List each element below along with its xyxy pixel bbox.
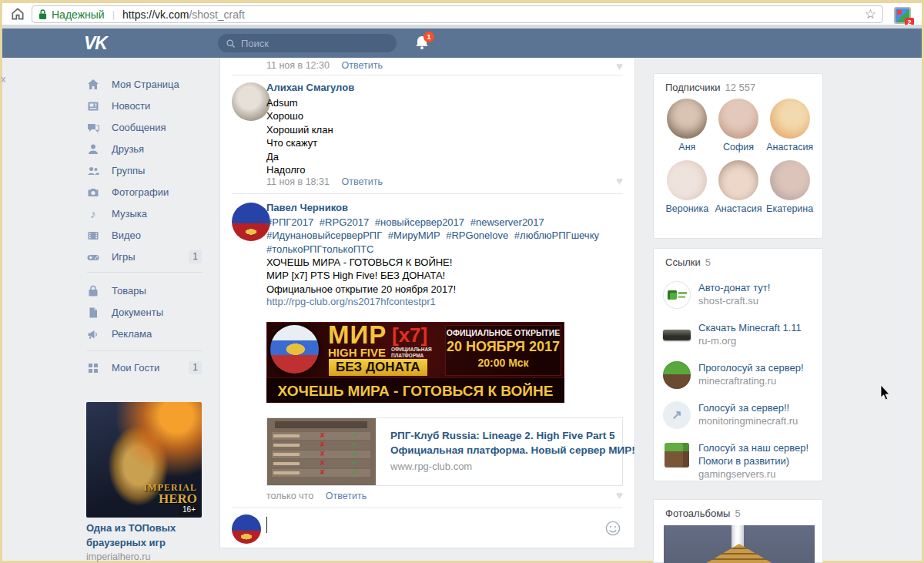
sidebar-item-my-page[interactable]: Моя Страница (77, 74, 216, 96)
album-photo-thumbnail[interactable] (664, 525, 815, 563)
avatar (667, 160, 707, 200)
follower-item[interactable]: София (713, 99, 764, 152)
address-bar[interactable]: Надежный | https://vk.com/shost_craft ☆ (32, 5, 883, 23)
follower-item[interactable]: Анастасия (713, 160, 764, 214)
menu-divider (87, 350, 203, 351)
notifications-bell-icon[interactable]: 1 (414, 35, 431, 52)
grass-cube-icon (663, 441, 691, 469)
follower-item[interactable]: Анастасия (765, 99, 815, 152)
followers-count: 12 557 (725, 82, 756, 93)
sidebar-item-photos[interactable]: Фотографии (77, 182, 216, 203)
ad-title-link[interactable]: Одна из ТОПовых браузерных игр (86, 521, 209, 550)
hashtag-link[interactable]: #люблюРПГшечку (514, 230, 599, 241)
avatar (718, 160, 758, 200)
search-input[interactable]: Поиск (218, 34, 397, 52)
link-preview-card[interactable]: ✘✔ ✘✔ ✘✔ ✘✔ ✘✔ РПГ-Клуб Russia: Lineage … (266, 417, 623, 486)
music-note-icon: ♪ (87, 208, 99, 220)
follower-item[interactable]: Аня (661, 99, 712, 152)
followers-grid: Аня София Анастасия Вероника Анастасия Е… (661, 99, 815, 214)
grass-block-icon (663, 361, 691, 389)
sidebar-item-news[interactable]: Новости (77, 96, 216, 117)
sidebar-item-ads[interactable]: Реклама (77, 323, 216, 345)
comment-input-field[interactable] (266, 514, 582, 544)
gold-pyramid (687, 544, 792, 563)
document-icon (87, 307, 99, 319)
browser-toolbar: Надежный | https://vk.com/shost_craft ☆ … (2, 3, 922, 25)
sidebar-item-groups[interactable]: Группы (77, 160, 216, 182)
sidebar-item-my-guests[interactable]: Мои Гости 1 (77, 357, 216, 379)
secure-lock-icon (38, 8, 47, 20)
sidebar-item-goods[interactable]: Товары (77, 280, 216, 302)
followers-header[interactable]: Подписчики12 557 (665, 82, 755, 93)
avatar (667, 99, 707, 139)
hashtag-link[interactable]: #новыйсервер2017 (375, 216, 464, 228)
links-card: Ссылки5 Авто-донат тут!shost-craft.su Ск… (653, 248, 823, 481)
menu-divider (87, 272, 203, 273)
browser-extension-icon[interactable]: 2 (894, 7, 911, 24)
reply-link[interactable]: Ответить (342, 176, 383, 187)
ad-image-imperial-hero[interactable]: IMPERIAL HERO 16+ (86, 402, 202, 518)
browser-home-icon[interactable] (10, 6, 25, 22)
like-heart-icon[interactable]: ♥ (616, 59, 623, 72)
security-label[interactable]: Надежный (52, 8, 105, 21)
address-separator: | (112, 8, 115, 20)
hashtag-link[interactable]: #RPGonelove (446, 230, 508, 241)
albums-card: Фотоальбомы5 (653, 499, 823, 563)
links-header[interactable]: Ссылки5 (665, 256, 711, 268)
news-icon (87, 100, 99, 112)
hashtag-link[interactable]: #newserver2017 (470, 216, 544, 228)
post-url-link[interactable]: http://rpg-club.org/ns2017hfcontestpr1 (266, 296, 436, 307)
link-preview-domain: www.rpg-club.com (390, 461, 472, 472)
hashtag-link[interactable]: #ИдунановыйсерверРПГ (266, 230, 382, 241)
people-icon (87, 165, 99, 177)
emoji-smiley-icon[interactable] (605, 521, 621, 536)
sidebar-item-video[interactable]: Видео (77, 225, 216, 246)
follower-item[interactable]: Екатерина (765, 160, 815, 214)
sidebar-item-games[interactable]: Игры 1 (77, 246, 216, 268)
vk-top-bar: VK Поиск 1 336.МакSим(Максим) – Золотым.… (2, 28, 922, 58)
post-author[interactable]: Павел Черников (266, 202, 348, 213)
hashtag-link[interactable]: #МируМИР (388, 230, 440, 241)
camera-icon (87, 186, 99, 199)
link-preview-title[interactable]: РПГ-Клуб Russia: Lineage 2. High Five Pa… (390, 428, 621, 457)
like-heart-icon[interactable]: ♥ (616, 488, 623, 501)
sidebar-item-music[interactable]: ♪ Музыка (77, 203, 216, 225)
post-banner-image[interactable]: МИР [x7] HIGH FIVE ОФИЦИАЛЬНАЯ ПЛАТФОРМА… (266, 322, 564, 403)
age-rating-badge: 16+ (179, 504, 199, 514)
link-preview-thumbnail: ✘✔ ✘✔ ✘✔ ✘✔ ✘✔ (267, 418, 376, 485)
share-arrow-icon: ↗ (663, 401, 691, 429)
follower-item[interactable]: Вероника (661, 160, 712, 214)
reply-link[interactable]: Ответить (342, 60, 383, 71)
hashtag-link[interactable]: #RPG2017 (320, 216, 369, 228)
messages-icon (87, 122, 99, 134)
albums-header[interactable]: Фотоальбомы5 (665, 508, 741, 519)
sidebar-item-friends[interactable]: Друзья (77, 139, 216, 160)
like-heart-icon[interactable]: ♥ (616, 174, 623, 187)
banner-globe-dove (270, 325, 319, 374)
grid-icon (87, 362, 99, 374)
hashtag-link[interactable]: #РПГ2017 (266, 216, 313, 228)
hashtag-link[interactable]: #толькоРПГтолькоПТС (266, 243, 373, 255)
ad-domain: imperialhero.ru (86, 551, 150, 562)
vk-logo[interactable]: VK (84, 33, 107, 54)
url-path: /shost_craft (189, 8, 244, 21)
sidebar-item-documents[interactable]: Документы (77, 302, 216, 323)
guests-counter-badge: 1 (189, 361, 202, 374)
post-author-avatar[interactable] (232, 203, 270, 241)
banner-platform: ОФИЦИАЛЬНАЯ ПЛАТФОРМА (391, 347, 432, 358)
feed-card: 11 ноя в 12:30 Ответить ♥ Алихан Смагуло… (219, 58, 635, 548)
bookmark-star-icon[interactable]: ☆ (865, 8, 876, 21)
ad-close-x[interactable]: x (1, 73, 6, 85)
post-time: только что (266, 491, 313, 501)
commenter-avatar[interactable] (232, 82, 270, 121)
text-caret (266, 517, 267, 533)
reply-link[interactable]: Ответить (326, 491, 367, 501)
sidebar-item-messages[interactable]: Сообщения (77, 117, 216, 139)
banner-rate: [x7] (392, 323, 427, 347)
megaphone-icon (87, 328, 99, 340)
ad-brand-logo: IMPERIAL HERO (144, 483, 197, 505)
banner-subtitle: HIGH FIVE (328, 346, 386, 359)
page-url[interactable]: https://vk.com/shost_craft (122, 8, 245, 21)
prev-comment-meta: 11 ноя в 12:30 Ответить (266, 59, 383, 71)
comment-author[interactable]: Алихан Смагулов (266, 82, 354, 93)
